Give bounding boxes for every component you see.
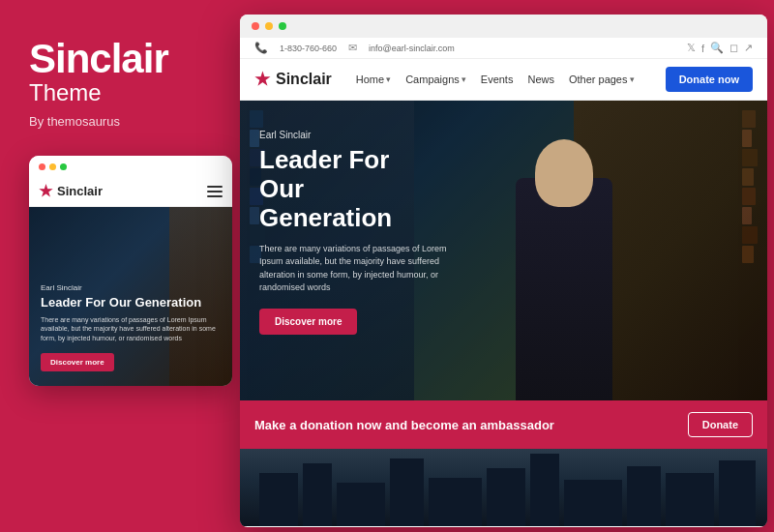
building-3 bbox=[337, 483, 385, 526]
mobile-discover-button[interactable]: Discover more bbox=[41, 353, 114, 371]
left-panel: Sinclair Theme By themosaurus ★ Sinclair bbox=[0, 0, 237, 532]
phone-number: 1-830-760-660 bbox=[280, 44, 337, 53]
hero-small-name: Earl Sinclair bbox=[259, 130, 453, 140]
search-icon[interactable]: 🔍 bbox=[710, 42, 724, 54]
donation-banner-text: Make a donation now and become an ambass… bbox=[254, 418, 554, 432]
mobile-hero-body: There are many variations of passages of… bbox=[41, 315, 221, 343]
topbar-left: 📞 1-830-760-660 ✉ info@earl-sinclair.com bbox=[254, 42, 455, 54]
nav-other-pages[interactable]: Other pages ▾ bbox=[569, 74, 635, 85]
person-suit bbox=[516, 178, 612, 400]
window-dots bbox=[39, 163, 67, 170]
person-head bbox=[535, 139, 593, 207]
logo-star-icon: ★ bbox=[254, 69, 270, 90]
mobile-logo-text: Sinclair bbox=[57, 184, 103, 198]
brand-by: By themosaurus bbox=[29, 114, 120, 129]
home-dropdown-arrow: ▾ bbox=[386, 74, 391, 84]
email-address: info@earl-sinclair.com bbox=[369, 44, 455, 53]
desktop-bottom-section bbox=[240, 449, 767, 526]
dot-green bbox=[60, 163, 67, 170]
mobile-top-bar bbox=[29, 156, 232, 176]
phone-icon: 📞 bbox=[254, 42, 268, 54]
topbar-right: 𝕏 f 🔍 ◻ ↗ bbox=[687, 42, 753, 54]
star-icon: ★ bbox=[39, 182, 52, 200]
building-9 bbox=[627, 466, 661, 526]
browser-dot-red bbox=[252, 22, 259, 30]
building-1 bbox=[259, 473, 298, 526]
mobile-hero-content: Earl Sinclair Leader For Our Generation … bbox=[41, 283, 221, 371]
building-2 bbox=[303, 463, 332, 526]
mobile-logo: ★ Sinclair bbox=[39, 182, 103, 200]
other-dropdown-arrow: ▾ bbox=[630, 74, 635, 84]
building-4 bbox=[390, 458, 424, 526]
mail-icon: ✉ bbox=[348, 42, 357, 54]
hero-body-text: There are many variations of passages of… bbox=[259, 243, 453, 295]
donate-now-button[interactable]: Donate now bbox=[666, 67, 753, 92]
donation-banner: Make a donation now and become an ambass… bbox=[240, 400, 767, 449]
hero-person-figure bbox=[496, 149, 632, 400]
desktop-hero: Earl Sinclair Leader ForOurGeneration Th… bbox=[240, 101, 767, 400]
browser-dot-yellow bbox=[265, 22, 273, 30]
nav-links: Home ▾ Campaigns ▾ Events News Other pag… bbox=[356, 74, 666, 85]
building-8 bbox=[564, 480, 622, 526]
logo-text: Sinclair bbox=[276, 71, 332, 88]
brand-title: Sinclair bbox=[29, 39, 168, 79]
mobile-preview-card: ★ Sinclair Earl Sinclair Leader For Our … bbox=[29, 156, 232, 386]
nav-events[interactable]: Events bbox=[481, 74, 514, 85]
city-background bbox=[240, 449, 767, 526]
mobile-hero-name: Earl Sinclair bbox=[41, 283, 221, 292]
hamburger-icon[interactable] bbox=[207, 186, 223, 197]
building-5 bbox=[429, 478, 482, 526]
hero-discover-button[interactable]: Discover more bbox=[259, 309, 357, 335]
nav-home[interactable]: Home ▾ bbox=[356, 74, 391, 85]
nav-news[interactable]: News bbox=[527, 74, 554, 85]
building-11 bbox=[719, 460, 756, 526]
desktop-logo: ★ Sinclair bbox=[254, 69, 332, 90]
instagram-icon[interactable]: ◻ bbox=[729, 42, 738, 54]
building-6 bbox=[487, 468, 525, 526]
mobile-hero: Earl Sinclair Leader For Our Generation … bbox=[29, 207, 232, 386]
building-10 bbox=[666, 473, 714, 526]
dot-red bbox=[39, 163, 45, 170]
browser-dot-green bbox=[279, 22, 286, 30]
hero-main-title: Leader ForOurGeneration bbox=[259, 146, 453, 233]
donation-banner-button[interactable]: Donate bbox=[688, 412, 753, 437]
hero-content: Earl Sinclair Leader ForOurGeneration Th… bbox=[259, 130, 453, 335]
book-spines-right bbox=[742, 110, 758, 263]
browser-chrome bbox=[240, 15, 767, 38]
mobile-nav-bar: ★ Sinclair bbox=[29, 176, 232, 207]
nav-campaigns[interactable]: Campaigns ▾ bbox=[405, 74, 466, 85]
campaigns-dropdown-arrow: ▾ bbox=[461, 74, 466, 84]
building-7 bbox=[530, 454, 559, 526]
browser-window: 📞 1-830-760-660 ✉ info@earl-sinclair.com… bbox=[240, 15, 767, 527]
dot-yellow bbox=[49, 163, 56, 170]
share-icon[interactable]: ↗ bbox=[744, 42, 753, 54]
desktop-nav: ★ Sinclair Home ▾ Campaigns ▾ Events New… bbox=[240, 59, 767, 101]
mobile-hero-title: Leader For Our Generation bbox=[41, 295, 221, 310]
twitter-icon[interactable]: 𝕏 bbox=[687, 42, 696, 54]
facebook-icon[interactable]: f bbox=[701, 43, 704, 54]
brand-subtitle: Theme bbox=[29, 79, 102, 106]
desktop-topbar: 📞 1-830-760-660 ✉ info@earl-sinclair.com… bbox=[240, 38, 767, 59]
